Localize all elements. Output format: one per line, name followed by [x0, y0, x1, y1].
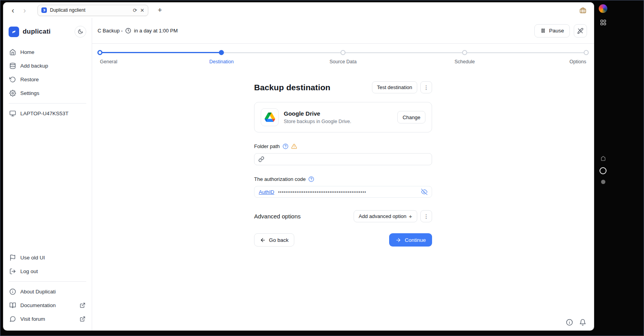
sidebar-divider: [9, 103, 86, 104]
folder-path-input-wrap: [254, 153, 432, 165]
sidebar-item-label: Add backup: [20, 63, 48, 69]
tab-close-button[interactable]: ✕: [140, 8, 144, 13]
page-title: Backup destination: [254, 83, 331, 92]
sidebar-item-label: Use old UI: [20, 255, 45, 261]
sidebar-item-label: Restore: [20, 77, 39, 82]
monitor-icon: [9, 110, 16, 117]
destination-menu-button[interactable]: ⋮: [420, 81, 432, 93]
info-circle-icon[interactable]: [566, 319, 573, 326]
plus-icon: +: [409, 213, 412, 220]
step-label: Options: [569, 59, 586, 64]
logout-icon: [9, 268, 16, 275]
sidebar-item-documentation[interactable]: Documentation: [3, 298, 92, 312]
sidebar-item-log-out[interactable]: Log out: [3, 265, 92, 278]
google-drive-icon: [261, 108, 279, 126]
profile-avatar[interactable]: [599, 4, 607, 13]
step-dot: [98, 50, 103, 55]
browser-toolbar: ‹ › Duplicati ngclient ⟳ ✕ +: [3, 2, 594, 18]
info-icon: [9, 288, 16, 295]
advanced-options-row: Advanced options Add advanced option + ⋮: [254, 210, 432, 222]
step-dot: [340, 50, 345, 55]
folder-path-field: Folder path: [254, 143, 432, 165]
database-icon: [9, 63, 16, 69]
backup-name: C Backup -: [98, 28, 123, 34]
duplicati-app: duplicati Home Add backup Restore: [3, 18, 594, 331]
add-advanced-option-label: Add advanced option: [359, 213, 406, 219]
auth-code-masked-value: ••••••••••••••••••••••••••••••••••••••••…: [278, 190, 417, 194]
continue-button[interactable]: Continue: [389, 233, 432, 247]
machine-name: LAPTOP-U47KS53T: [20, 111, 69, 116]
arrow-right-icon: [395, 237, 401, 243]
browser-forward-button[interactable]: ›: [20, 5, 30, 15]
authid-link[interactable]: AuthID: [259, 189, 274, 195]
browser-window: ‹ › Duplicati ngclient ⟳ ✕ + duplicati: [3, 2, 594, 331]
auth-code-input-row[interactable]: AuthID •••••••••••••••••••••••••••••••••…: [254, 186, 432, 198]
book-icon: [9, 302, 16, 309]
help-circle-icon[interactable]: [308, 176, 314, 182]
header-actions: Pause: [534, 24, 587, 38]
sidebar: duplicati Home Add backup Restore: [3, 18, 92, 331]
destination-provider-card: Google Drive Store backups in Google Dri…: [254, 102, 432, 132]
step-general[interactable]: General: [100, 50, 117, 64]
forum-icon: [9, 316, 16, 322]
browser-tab[interactable]: Duplicati ngclient ⟳ ✕: [37, 5, 148, 16]
dock-home-icon[interactable]: [601, 156, 606, 161]
content-header: Backup destination Test destination ⋮: [254, 81, 432, 93]
advanced-options-menu-button[interactable]: ⋮: [420, 210, 432, 222]
sidebar-item-use-old-ui[interactable]: Use old UI: [3, 251, 92, 265]
folder-path-input[interactable]: [267, 156, 428, 162]
gear-icon: [9, 90, 16, 97]
sidebar-item-restore[interactable]: Restore: [3, 73, 92, 86]
folder-path-label: Folder path: [254, 143, 280, 149]
dock-active-indicator[interactable]: [600, 167, 607, 174]
dock-grid-icon[interactable]: [600, 19, 607, 26]
step-label: Source Data: [329, 59, 356, 64]
sidebar-item-home[interactable]: Home: [3, 45, 92, 59]
test-destination-button[interactable]: Test destination: [372, 81, 417, 93]
step-dot: [219, 50, 224, 55]
go-back-button[interactable]: Go back: [254, 233, 294, 247]
eye-off-icon[interactable]: [421, 189, 427, 195]
dark-mode-toggle[interactable]: [75, 26, 86, 38]
moon-icon: [78, 29, 83, 34]
browser-back-button[interactable]: ‹: [8, 5, 18, 15]
external-link-icon: [80, 316, 85, 322]
edit-off-icon: [577, 28, 584, 34]
add-advanced-option-button[interactable]: Add advanced option +: [354, 210, 417, 222]
dock-dot-icon[interactable]: [601, 180, 605, 184]
briefcase-icon[interactable]: [580, 7, 586, 14]
sidebar-item-settings[interactable]: Settings: [3, 86, 92, 100]
sidebar-item-label: Settings: [20, 90, 39, 96]
warning-triangle-icon: [291, 143, 297, 149]
edit-backup-button[interactable]: [574, 24, 587, 38]
sidebar-item-label: Documentation: [20, 302, 56, 308]
bell-icon[interactable]: [579, 319, 586, 326]
new-tab-button[interactable]: +: [158, 6, 162, 14]
tab-reload-button[interactable]: ⟳: [133, 8, 137, 13]
pause-label: Pause: [549, 28, 564, 34]
step-dot: [462, 50, 467, 55]
step-label: Schedule: [454, 59, 475, 64]
sidebar-item-visit-forum[interactable]: Visit forum: [3, 312, 92, 326]
sidebar-item-label: About Duplicati: [20, 289, 56, 295]
duplicati-logo: [9, 27, 19, 37]
pause-button[interactable]: Pause: [534, 24, 570, 38]
step-options[interactable]: Options: [569, 50, 586, 64]
arrow-left-icon: [260, 237, 266, 243]
sidebar-item-add-backup[interactable]: Add backup: [3, 59, 92, 73]
wizard-actions: Go back Continue: [254, 233, 432, 247]
step-label: Destination: [209, 59, 234, 64]
step-source-data[interactable]: Source Data: [329, 50, 356, 64]
backup-info: C Backup - in a day at 1:00 PM: [98, 28, 178, 34]
provider-name: Google Drive: [284, 110, 392, 117]
step-destination[interactable]: Destination: [209, 50, 234, 64]
sidebar-item-machine[interactable]: LAPTOP-U47KS53T: [3, 107, 92, 120]
step-schedule[interactable]: Schedule: [454, 50, 475, 64]
auth-code-label: The authorization code: [254, 176, 306, 182]
help-circle-icon[interactable]: [283, 143, 288, 149]
brand-row: duplicati: [3, 23, 92, 45]
sidebar-item-about[interactable]: About Duplicati: [3, 285, 92, 298]
step-dot: [584, 50, 589, 55]
flag-icon: [9, 254, 16, 261]
change-provider-button[interactable]: Change: [397, 111, 425, 123]
